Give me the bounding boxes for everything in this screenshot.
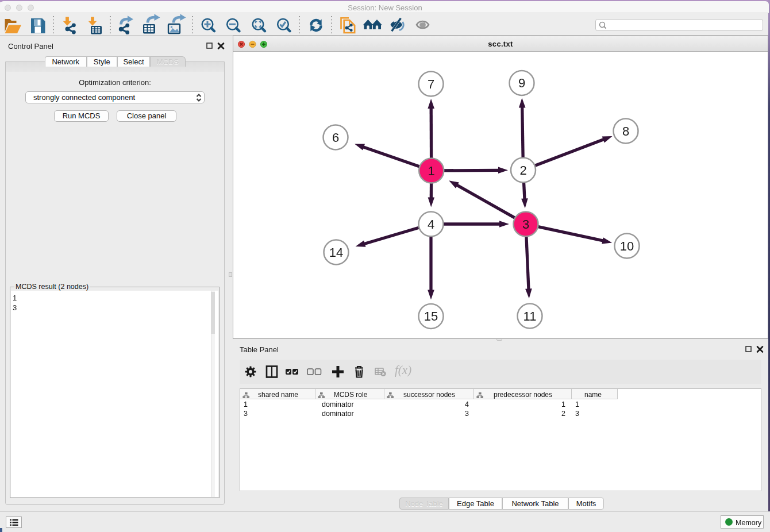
svg-text:7: 7 bbox=[428, 77, 434, 91]
svg-text:15: 15 bbox=[424, 309, 438, 323]
svg-text:10: 10 bbox=[620, 239, 634, 253]
svg-text:1: 1 bbox=[428, 164, 435, 178]
svg-text:11: 11 bbox=[523, 309, 537, 323]
svg-text:14: 14 bbox=[329, 245, 343, 260]
svg-text:2: 2 bbox=[519, 163, 526, 178]
svg-text:8: 8 bbox=[622, 124, 629, 138]
svg-text:3: 3 bbox=[522, 217, 529, 232]
svg-text:4: 4 bbox=[428, 217, 434, 232]
svg-text:6: 6 bbox=[332, 130, 339, 145]
svg-text:9: 9 bbox=[518, 76, 525, 90]
